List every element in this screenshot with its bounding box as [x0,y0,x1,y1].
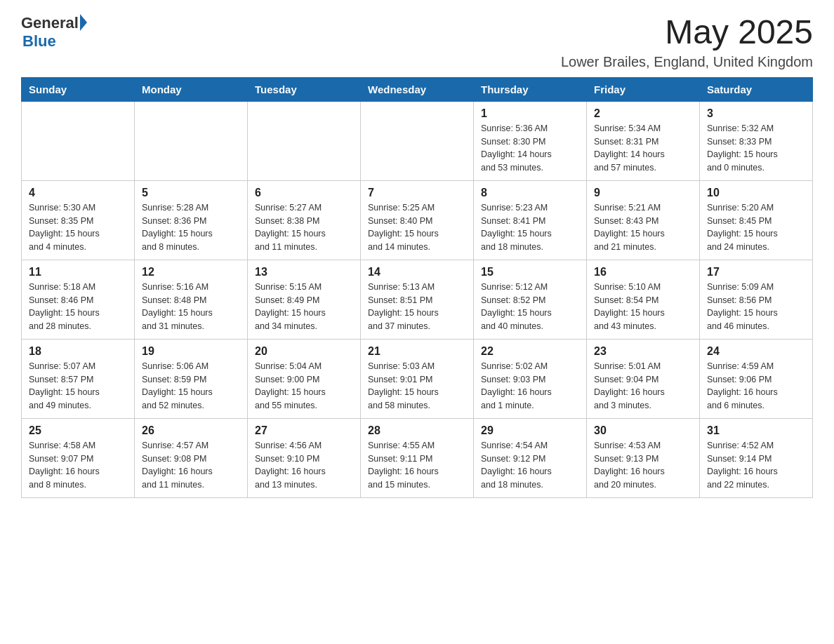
calendar-cell: 3Sunrise: 5:32 AMSunset: 8:33 PMDaylight… [700,101,813,180]
day-info: Sunrise: 5:12 AMSunset: 8:52 PMDaylight:… [481,281,579,333]
calendar-cell: 18Sunrise: 5:07 AMSunset: 8:57 PMDayligh… [22,339,135,418]
calendar-header-friday: Friday [587,77,700,101]
day-info: Sunrise: 4:53 AMSunset: 9:13 PMDaylight:… [594,439,692,492]
day-number: 27 [255,424,353,437]
day-info: Sunrise: 5:20 AMSunset: 8:45 PMDaylight:… [707,201,805,254]
calendar-header-monday: Monday [135,77,248,101]
logo-general: General [21,14,79,32]
calendar-cell: 23Sunrise: 5:01 AMSunset: 9:04 PMDayligh… [587,339,700,418]
calendar-cell: 13Sunrise: 5:15 AMSunset: 8:49 PMDayligh… [248,260,361,339]
day-info: Sunrise: 4:54 AMSunset: 9:12 PMDaylight:… [481,439,579,492]
day-info: Sunrise: 5:30 AMSunset: 8:35 PMDaylight:… [29,201,127,254]
calendar-cell: 14Sunrise: 5:13 AMSunset: 8:51 PMDayligh… [361,260,474,339]
day-number: 6 [255,187,353,199]
day-number: 20 [255,345,353,358]
calendar-header-saturday: Saturday [700,77,813,101]
day-number: 31 [707,424,805,437]
calendar-cell: 11Sunrise: 5:18 AMSunset: 8:46 PMDayligh… [22,260,135,339]
day-info: Sunrise: 5:10 AMSunset: 8:54 PMDaylight:… [594,281,692,333]
calendar-cell: 5Sunrise: 5:28 AMSunset: 8:36 PMDaylight… [135,180,248,260]
day-number: 10 [707,187,805,199]
day-number: 9 [594,187,692,199]
day-info: Sunrise: 5:01 AMSunset: 9:04 PMDaylight:… [594,360,692,412]
calendar-cell: 1Sunrise: 5:36 AMSunset: 8:30 PMDaylight… [474,101,587,180]
calendar-cell: 15Sunrise: 5:12 AMSunset: 8:52 PMDayligh… [474,260,587,339]
day-number: 17 [707,266,805,279]
day-number: 19 [142,345,240,358]
calendar-cell: 10Sunrise: 5:20 AMSunset: 8:45 PMDayligh… [700,180,813,260]
day-info: Sunrise: 5:21 AMSunset: 8:43 PMDaylight:… [594,201,692,254]
day-number: 2 [594,107,692,120]
day-info: Sunrise: 5:18 AMSunset: 8:46 PMDaylight:… [29,281,127,333]
day-number: 14 [368,266,466,279]
calendar-cell: 28Sunrise: 4:55 AMSunset: 9:11 PMDayligh… [361,418,474,497]
day-info: Sunrise: 5:16 AMSunset: 8:48 PMDaylight:… [142,281,240,333]
day-number: 3 [707,107,805,120]
calendar-cell: 8Sunrise: 5:23 AMSunset: 8:41 PMDaylight… [474,180,587,260]
day-info: Sunrise: 5:09 AMSunset: 8:56 PMDaylight:… [707,281,805,333]
day-info: Sunrise: 5:23 AMSunset: 8:41 PMDaylight:… [481,201,579,254]
week-row-2: 4Sunrise: 5:30 AMSunset: 8:35 PMDaylight… [22,180,813,260]
day-number: 25 [29,424,127,437]
calendar-header-sunday: Sunday [22,77,135,101]
calendar-cell: 26Sunrise: 4:57 AMSunset: 9:08 PMDayligh… [135,418,248,497]
day-info: Sunrise: 5:13 AMSunset: 8:51 PMDaylight:… [368,281,466,333]
calendar-cell: 12Sunrise: 5:16 AMSunset: 8:48 PMDayligh… [135,260,248,339]
day-info: Sunrise: 5:34 AMSunset: 8:31 PMDaylight:… [594,122,692,175]
day-number: 26 [142,424,240,437]
calendar-cell: 16Sunrise: 5:10 AMSunset: 8:54 PMDayligh… [587,260,700,339]
day-info: Sunrise: 5:36 AMSunset: 8:30 PMDaylight:… [481,122,579,175]
header: General Blue May 2025 Lower Brailes, Eng… [21,14,813,70]
calendar-cell: 29Sunrise: 4:54 AMSunset: 9:12 PMDayligh… [474,418,587,497]
day-number: 1 [481,107,579,120]
calendar-header-row: SundayMondayTuesdayWednesdayThursdayFrid… [22,77,813,101]
calendar-header-wednesday: Wednesday [361,77,474,101]
calendar-cell: 22Sunrise: 5:02 AMSunset: 9:03 PMDayligh… [474,339,587,418]
day-number: 30 [594,424,692,437]
calendar-cell: 4Sunrise: 5:30 AMSunset: 8:35 PMDaylight… [22,180,135,260]
week-row-4: 18Sunrise: 5:07 AMSunset: 8:57 PMDayligh… [22,339,813,418]
day-info: Sunrise: 5:28 AMSunset: 8:36 PMDaylight:… [142,201,240,254]
calendar-header-tuesday: Tuesday [248,77,361,101]
week-row-3: 11Sunrise: 5:18 AMSunset: 8:46 PMDayligh… [22,260,813,339]
calendar-cell [361,101,474,180]
day-number: 15 [481,266,579,279]
calendar-cell: 30Sunrise: 4:53 AMSunset: 9:13 PMDayligh… [587,418,700,497]
day-number: 5 [142,187,240,199]
day-info: Sunrise: 5:15 AMSunset: 8:49 PMDaylight:… [255,281,353,333]
calendar-cell: 2Sunrise: 5:34 AMSunset: 8:31 PMDaylight… [587,101,700,180]
day-info: Sunrise: 5:25 AMSunset: 8:40 PMDaylight:… [368,201,466,254]
day-info: Sunrise: 4:59 AMSunset: 9:06 PMDaylight:… [707,360,805,412]
day-info: Sunrise: 5:27 AMSunset: 8:38 PMDaylight:… [255,201,353,254]
calendar-cell [135,101,248,180]
calendar-cell: 7Sunrise: 5:25 AMSunset: 8:40 PMDaylight… [361,180,474,260]
calendar-header-thursday: Thursday [474,77,587,101]
day-number: 29 [481,424,579,437]
calendar-cell: 19Sunrise: 5:06 AMSunset: 8:59 PMDayligh… [135,339,248,418]
calendar-cell: 9Sunrise: 5:21 AMSunset: 8:43 PMDaylight… [587,180,700,260]
week-row-1: 1Sunrise: 5:36 AMSunset: 8:30 PMDaylight… [22,101,813,180]
calendar-cell: 21Sunrise: 5:03 AMSunset: 9:01 PMDayligh… [361,339,474,418]
day-info: Sunrise: 4:52 AMSunset: 9:14 PMDaylight:… [707,439,805,492]
calendar-cell: 24Sunrise: 4:59 AMSunset: 9:06 PMDayligh… [700,339,813,418]
day-number: 16 [594,266,692,279]
calendar-cell: 20Sunrise: 5:04 AMSunset: 9:00 PMDayligh… [248,339,361,418]
calendar-cell: 25Sunrise: 4:58 AMSunset: 9:07 PMDayligh… [22,418,135,497]
day-number: 7 [368,187,466,199]
day-number: 18 [29,345,127,358]
calendar-cell: 27Sunrise: 4:56 AMSunset: 9:10 PMDayligh… [248,418,361,497]
logo-arrow-icon [80,14,87,31]
day-number: 11 [29,266,127,279]
title-block: May 2025 Lower Brailes, England, United … [561,14,813,70]
day-info: Sunrise: 4:58 AMSunset: 9:07 PMDaylight:… [29,439,127,492]
day-number: 13 [255,266,353,279]
location-subtitle: Lower Brailes, England, United Kingdom [561,54,813,70]
day-number: 22 [481,345,579,358]
calendar-table: SundayMondayTuesdayWednesdayThursdayFrid… [21,77,813,498]
day-info: Sunrise: 5:06 AMSunset: 8:59 PMDaylight:… [142,360,240,412]
day-info: Sunrise: 4:55 AMSunset: 9:11 PMDaylight:… [368,439,466,492]
day-info: Sunrise: 4:56 AMSunset: 9:10 PMDaylight:… [255,439,353,492]
week-row-5: 25Sunrise: 4:58 AMSunset: 9:07 PMDayligh… [22,418,813,497]
day-number: 21 [368,345,466,358]
day-number: 8 [481,187,579,199]
